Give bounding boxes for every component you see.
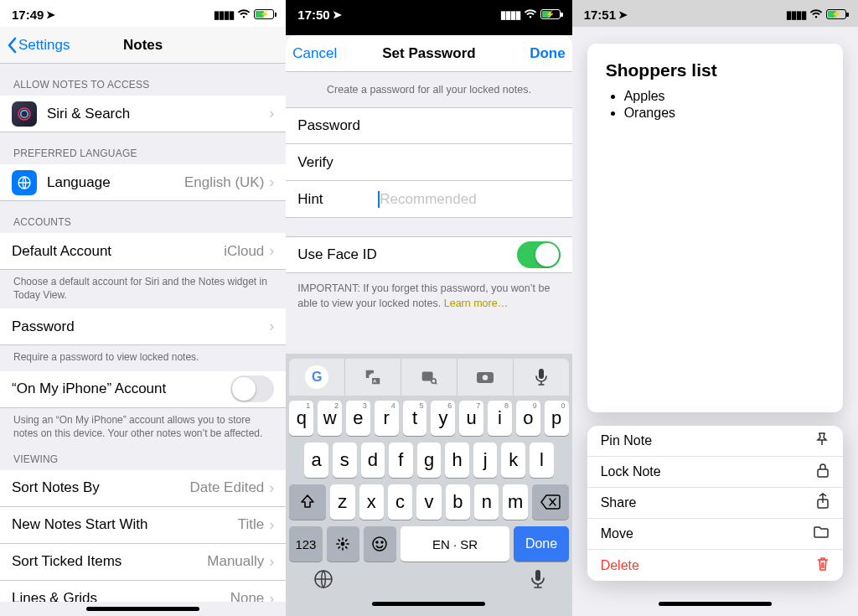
key-h[interactable]: h: [445, 443, 469, 478]
navbar: Settings Notes: [0, 27, 286, 64]
settings-list[interactable]: ALLOW NOTES TO ACCESS Siri & Search › PR…: [0, 64, 286, 602]
field-hint[interactable]: Hint: [286, 181, 571, 218]
action-lock-note[interactable]: Lock Note: [587, 457, 843, 488]
key-a[interactable]: a: [304, 443, 328, 478]
cell-default-account[interactable]: Default Account iCloud ›: [0, 233, 286, 270]
svg-point-8: [341, 542, 345, 546]
cell-value: Date Edited: [189, 479, 269, 496]
field-label: Password: [297, 117, 378, 134]
dictation-key[interactable]: [530, 568, 545, 593]
home-indicator[interactable]: [659, 602, 772, 606]
password-form: Password Verify Hint: [286, 107, 571, 218]
location-icon: ➤: [333, 8, 342, 21]
shift-key[interactable]: [289, 484, 326, 520]
key-e[interactable]: e3: [346, 401, 370, 436]
settings-key[interactable]: [327, 526, 359, 562]
keyboard-suggestion-bar: G: [289, 359, 568, 396]
key-d[interactable]: d: [361, 443, 385, 478]
action-share[interactable]: Share: [587, 488, 843, 519]
key-q[interactable]: q1: [289, 401, 313, 436]
home-indicator[interactable]: [372, 602, 485, 606]
chevron-right-icon: ›: [269, 553, 274, 571]
cell-title: Default Account: [12, 243, 111, 260]
done-button[interactable]: Done: [530, 45, 566, 62]
emoji-key[interactable]: [364, 526, 396, 562]
svg-rect-13: [535, 570, 540, 581]
face-id-toggle[interactable]: [517, 241, 561, 268]
chevron-right-icon: ›: [269, 173, 274, 191]
cell-title: Sort Ticked Items: [12, 553, 121, 570]
field-label: Verify: [297, 154, 378, 171]
password-input[interactable]: [378, 117, 560, 134]
trash-icon: [816, 556, 830, 575]
cell-siri-search[interactable]: Siri & Search ›: [0, 96, 286, 132]
key-b[interactable]: b: [446, 484, 470, 520]
cell-lines-grids[interactable]: Lines & Grids None ›: [0, 581, 286, 602]
key-y[interactable]: y6: [431, 401, 455, 436]
key-j[interactable]: j: [473, 443, 498, 478]
key-x[interactable]: x: [359, 484, 384, 520]
key-u[interactable]: u7: [459, 401, 483, 436]
numeric-key[interactable]: 123: [289, 526, 322, 562]
status-bar: 17:50➤ ▮▮▮▮ ⚡: [286, 0, 571, 27]
hint-input[interactable]: [380, 191, 560, 208]
home-indicator[interactable]: [86, 607, 199, 611]
image-search-icon[interactable]: [401, 359, 457, 396]
cell-title: Password: [12, 318, 75, 335]
cell-title: Use Face ID: [297, 246, 376, 263]
field-password[interactable]: Password: [286, 107, 571, 144]
key-o[interactable]: o9: [516, 401, 540, 436]
key-c[interactable]: c: [388, 484, 412, 520]
status-bar: 17:51➤ ▮▮▮▮ ⚡: [572, 0, 858, 27]
note-card[interactable]: Shoppers list ApplesOranges: [587, 44, 843, 412]
key-v[interactable]: v: [416, 484, 441, 520]
key-n[interactable]: n: [474, 484, 499, 520]
phone-note-actions: 17:51➤ ▮▮▮▮ ⚡ Shoppers list ApplesOrange…: [572, 0, 858, 616]
field-verify[interactable]: Verify: [286, 144, 571, 181]
backspace-key[interactable]: [532, 484, 569, 520]
chevron-right-icon: ›: [269, 479, 274, 497]
cell-sort-notes-by[interactable]: Sort Notes By Date Edited ›: [0, 470, 286, 507]
cell-sort-ticked-items[interactable]: Sort Ticked Items Manually ›: [0, 544, 286, 581]
key-l[interactable]: l: [530, 443, 554, 478]
key-z[interactable]: z: [330, 484, 354, 520]
footer-password: Require a password to view locked notes.: [0, 345, 286, 370]
cell-new-notes-start-with[interactable]: New Notes Start With Title ›: [0, 507, 286, 544]
cell-password[interactable]: Password ›: [0, 308, 286, 345]
signal-icon: ▮▮▮▮: [500, 8, 520, 21]
key-m[interactable]: m: [503, 484, 527, 520]
key-g[interactable]: g: [417, 443, 442, 478]
action-delete[interactable]: Delete: [587, 550, 843, 581]
wifi-icon: [524, 9, 537, 19]
learn-more-link[interactable]: Learn more…: [444, 298, 508, 309]
spacebar-key[interactable]: EN · SR: [401, 526, 510, 562]
key-p[interactable]: p0: [545, 401, 569, 436]
action-move[interactable]: Move: [587, 519, 843, 550]
verify-input[interactable]: [378, 154, 560, 171]
key-s[interactable]: s: [333, 443, 357, 478]
cell-on-my-iphone-account[interactable]: “On My iPhone” Account: [0, 371, 286, 408]
cancel-button[interactable]: Cancel: [292, 45, 337, 62]
key-t[interactable]: t5: [403, 401, 427, 436]
google-suggestion[interactable]: G: [289, 359, 345, 396]
key-w[interactable]: w2: [318, 401, 342, 436]
svg-point-10: [376, 541, 378, 543]
on-my-iphone-toggle[interactable]: [230, 375, 274, 402]
status-time: 17:51: [584, 8, 616, 22]
cell-use-face-id[interactable]: Use Face ID: [286, 236, 571, 273]
keyboard-done-key[interactable]: Done: [514, 526, 568, 562]
key-f[interactable]: f: [389, 443, 413, 478]
keyboard[interactable]: G q1w2e3r4t5y6u7i8o9p0 asdfghjkl zxcvbnm…: [286, 354, 571, 616]
navbar: Cancel Set Password Done: [286, 35, 571, 72]
key-r[interactable]: r4: [375, 401, 399, 436]
key-i[interactable]: i8: [488, 401, 512, 436]
translate-icon[interactable]: [345, 359, 401, 396]
mic-icon[interactable]: [514, 359, 569, 396]
key-k[interactable]: k: [501, 443, 525, 478]
cell-language[interactable]: Language English (UK) ›: [0, 164, 286, 201]
camera-icon[interactable]: [457, 359, 514, 396]
back-button[interactable]: Settings: [7, 37, 70, 54]
action-pin-note[interactable]: Pin Note: [587, 426, 843, 457]
globe-key[interactable]: [313, 568, 334, 593]
action-label: Lock Note: [601, 464, 661, 479]
